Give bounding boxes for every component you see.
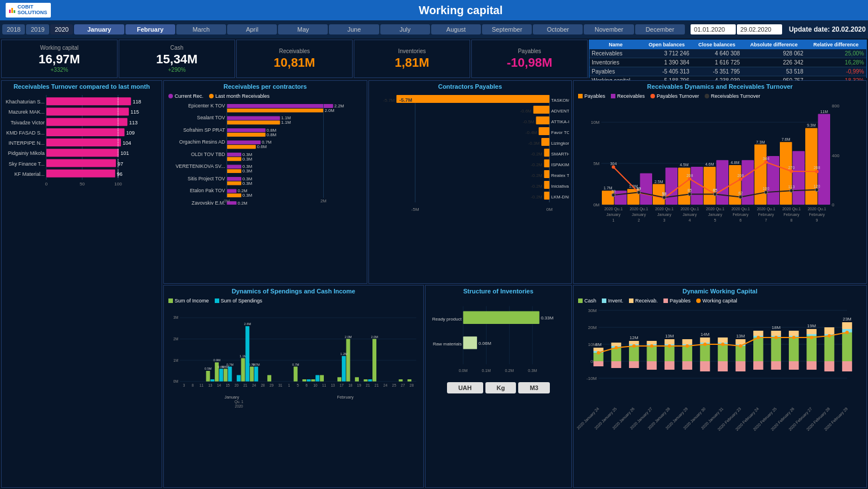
unit-m3[interactable]: M3	[518, 382, 549, 393]
ld-receivables	[611, 94, 615, 98]
month-october[interactable]: October	[533, 24, 583, 34]
unit-kg[interactable]: Kg	[485, 382, 517, 393]
month-july[interactable]: July	[380, 24, 430, 34]
svg-rect-34	[46, 170, 115, 178]
svg-text:1M: 1M	[173, 358, 179, 362]
svg-rect-145	[311, 379, 315, 381]
svg-rect-383	[824, 361, 835, 371]
svg-text:2020 Qu.1: 2020 Qu.1	[655, 207, 674, 211]
svg-rect-44	[227, 116, 280, 120]
svg-text:January: January	[657, 213, 671, 217]
svg-rect-355	[700, 361, 710, 371]
month-may[interactable]: May	[278, 24, 328, 34]
svg-text:TASKOMBANK, AT: TASKOMBANK, AT	[551, 98, 569, 103]
svg-text:Epicenter K TOV: Epicenter K TOV	[188, 103, 225, 109]
svg-point-394	[704, 343, 707, 346]
svg-text:-5M: -5M	[411, 207, 419, 212]
month-june[interactable]: June	[329, 24, 379, 34]
svg-text:2: 2	[638, 218, 640, 222]
date-from[interactable]	[691, 24, 736, 34]
legend-income-sq	[168, 298, 173, 303]
svg-point-401	[828, 334, 831, 337]
svg-rect-41	[227, 109, 323, 112]
month-november[interactable]: November	[584, 24, 633, 34]
year-2020[interactable]: 2020	[50, 24, 73, 34]
legend-last-dot	[209, 94, 214, 98]
svg-text:14: 14	[217, 383, 222, 387]
svg-text:8: 8	[791, 218, 793, 222]
year-2019[interactable]: 2019	[26, 24, 49, 34]
date-to[interactable]	[737, 24, 782, 34]
update-date: Update date: 20.02.2020	[789, 25, 866, 33]
svg-text:-0.2M: -0.2M	[531, 162, 542, 167]
svg-text:8M: 8M	[595, 342, 601, 347]
svg-text:0.7M: 0.7M	[227, 362, 234, 366]
svg-rect-246	[640, 174, 653, 205]
svg-text:0.5M: 0.5M	[205, 367, 212, 370]
svg-rect-354	[700, 337, 710, 343]
svg-rect-245	[615, 191, 627, 205]
svg-text:15: 15	[225, 383, 230, 387]
svg-text:104: 104	[123, 140, 131, 146]
svg-rect-117	[544, 181, 549, 189]
svg-rect-338	[629, 341, 639, 344]
unit-uah[interactable]: UAH	[447, 382, 483, 393]
svg-text:208: 208	[687, 174, 693, 178]
year-2018[interactable]: 2018	[2, 24, 25, 34]
svg-rect-334	[611, 343, 622, 346]
svg-rect-372	[789, 337, 799, 361]
svg-rect-249	[717, 160, 729, 205]
month-march[interactable]: March	[176, 24, 226, 34]
svg-rect-148	[346, 339, 350, 381]
svg-text:24: 24	[383, 383, 388, 387]
month-december[interactable]: December	[635, 24, 685, 34]
svg-text:85: 85	[713, 188, 718, 192]
svg-text:2.5M: 2.5M	[654, 180, 663, 184]
month-august[interactable]: August	[431, 24, 481, 34]
svg-rect-64	[227, 165, 241, 168]
svg-text:-0.2M: -0.2M	[531, 173, 542, 178]
svg-rect-162	[245, 326, 249, 382]
svg-text:Qu. 1: Qu. 1	[235, 400, 244, 404]
svg-text:ADVENT INVEST. T...: ADVENT INVEST. T...	[551, 109, 569, 114]
svg-rect-239	[754, 145, 767, 205]
svg-rect-374	[789, 331, 799, 336]
svg-text:21: 21	[375, 383, 379, 387]
svg-text:21: 21	[366, 383, 370, 387]
svg-rect-352	[700, 344, 710, 361]
svg-point-397	[757, 336, 760, 339]
svg-point-275	[637, 191, 641, 194]
svg-text:2.0M: 2.0M	[371, 335, 379, 339]
svg-text:4.6M: 4.6M	[705, 162, 714, 166]
svg-rect-375	[789, 361, 799, 370]
svg-text:February: February	[809, 213, 825, 217]
date-range	[691, 24, 782, 34]
table-row: Inventories1 390 3841 616 725226 34216,2…	[589, 58, 866, 67]
svg-text:February: February	[758, 213, 774, 217]
month-september[interactable]: September	[482, 24, 532, 34]
svg-text:18M: 18M	[772, 325, 781, 330]
svg-text:97: 97	[118, 161, 123, 167]
month-february[interactable]: February	[125, 24, 175, 34]
svg-text:13M: 13M	[665, 334, 674, 339]
svg-rect-39	[227, 104, 333, 108]
svg-rect-166	[307, 379, 311, 381]
month-april[interactable]: April	[227, 24, 277, 34]
svg-text:344: 344	[763, 157, 770, 161]
svg-rect-102	[539, 127, 549, 135]
svg-point-271	[815, 170, 819, 173]
kpi-working-capital: Working capital 16,97M +332%	[1, 40, 118, 78]
svg-rect-99	[536, 116, 549, 124]
svg-rect-335	[611, 361, 622, 368]
month-january[interactable]: January	[74, 24, 124, 34]
legend-current-dot	[168, 94, 173, 98]
dwc-wc	[696, 298, 701, 303]
svg-rect-362	[736, 339, 746, 344]
svg-text:0.06M: 0.06M	[478, 340, 491, 345]
svg-rect-76	[227, 193, 241, 197]
logo-icon	[9, 8, 15, 13]
svg-text:0M: 0M	[173, 379, 179, 383]
svg-text:Sitis Project TOV: Sitis Project TOV	[188, 176, 225, 181]
svg-text:2020 Qu.1: 2020 Qu.1	[680, 207, 699, 211]
svg-point-393	[685, 344, 689, 348]
